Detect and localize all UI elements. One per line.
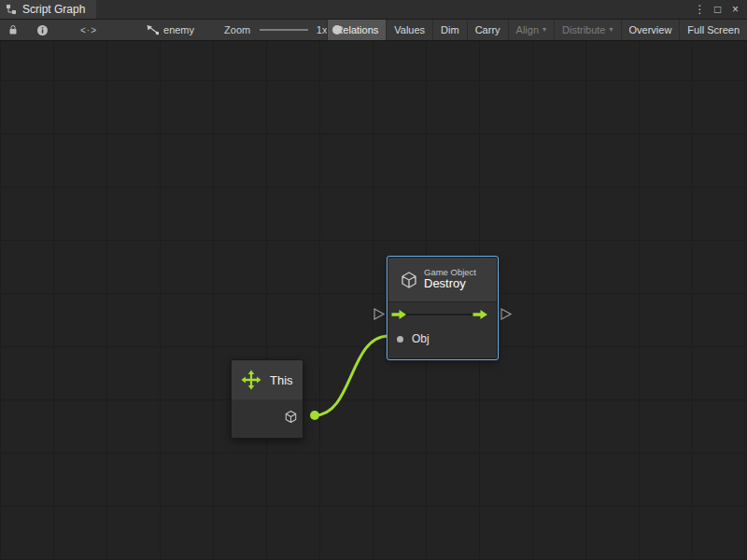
toolbar-button-group: Relations Values Dim Carry Align ▾ Distr… <box>327 20 747 40</box>
script-graph-window: Script Graph ⋮ □ × <·> <box>0 0 747 560</box>
zoom-slider-track <box>260 29 308 31</box>
game-object-output-port[interactable] <box>284 410 298 424</box>
connections-overlay <box>0 41 747 560</box>
zoom-slider[interactable] <box>260 24 308 35</box>
info-button[interactable] <box>33 20 52 40</box>
button-label: Overview <box>629 24 672 35</box>
toolbar-button-fullscreen[interactable]: Full Screen <box>679 20 747 40</box>
game-object-icon <box>400 271 418 289</box>
node-title: This <box>270 373 293 387</box>
zoom-value: 1x <box>317 24 328 35</box>
maximize-icon[interactable]: □ <box>711 0 725 19</box>
chevron-down-icon: ▾ <box>610 26 613 34</box>
move-arrows-icon <box>241 370 261 390</box>
toolbar-button-carry[interactable]: Carry <box>467 20 508 40</box>
chevron-down-icon: ▾ <box>543 26 546 34</box>
obj-input-port[interactable] <box>397 336 403 343</box>
button-label: Carry <box>475 24 500 35</box>
menu-icon[interactable]: ⋮ <box>693 0 707 19</box>
lock-button[interactable] <box>5 20 21 40</box>
toolbar-button-distribute[interactable]: Distribute ▾ <box>554 20 620 40</box>
flow-output-arrow-icon[interactable] <box>472 309 488 320</box>
button-label: Values <box>394 24 425 35</box>
node-destroy[interactable]: Game Object Destroy Obj <box>388 257 498 359</box>
button-label: Distribute <box>562 24 605 35</box>
close-icon[interactable]: × <box>728 0 742 19</box>
flow-output-triangle[interactable] <box>501 309 511 319</box>
code-toggle-button[interactable]: <·> <box>77 20 101 40</box>
graph-canvas[interactable]: This Game Object Destroy <box>0 41 747 560</box>
tab-title: Script Graph <box>22 3 85 16</box>
info-icon <box>36 24 49 36</box>
button-label: Full Screen <box>687 24 740 35</box>
titlebar-spacer <box>96 0 693 19</box>
node-this[interactable]: This <box>231 359 303 439</box>
node-title: Destroy <box>424 277 476 291</box>
flow-port-row <box>388 302 497 327</box>
connection-start-dot <box>310 411 319 420</box>
toolbar-button-overview[interactable]: Overview <box>621 20 680 40</box>
toolbar-button-values[interactable]: Values <box>386 20 432 40</box>
graph-name-label: enemy <box>163 24 194 35</box>
toolbar-button-dim[interactable]: Dim <box>432 20 467 40</box>
lock-icon <box>8 24 18 35</box>
tab-script-graph[interactable]: Script Graph <box>0 0 96 19</box>
node-this-header: This <box>232 360 303 399</box>
flow-input-triangle[interactable] <box>374 309 384 319</box>
toolbar: <·> enemy Zoom 1x Relations Values Dim <box>0 20 747 41</box>
obj-input-row: Obj <box>388 327 497 351</box>
graph-pointer-icon <box>146 24 159 35</box>
toolbar-button-align[interactable]: Align ▾ <box>508 20 554 40</box>
button-label: Align <box>516 24 539 35</box>
node-destroy-header: Game Object Destroy <box>388 258 497 301</box>
titlebar: Script Graph ⋮ □ × <box>0 0 747 20</box>
button-label: Dim <box>441 24 459 35</box>
node-header-text: Game Object Destroy <box>424 268 476 292</box>
button-label: Relations <box>335 24 378 35</box>
titlebar-controls: ⋮ □ × <box>693 0 747 19</box>
graph-icon <box>6 4 17 15</box>
connection-wire[interactable] <box>315 336 388 415</box>
flow-input-arrow-icon[interactable] <box>391 309 407 320</box>
obj-input-label: Obj <box>412 332 430 345</box>
zoom-label: Zoom <box>224 24 250 35</box>
relation-line <box>405 314 474 315</box>
graph-breadcrumb[interactable]: enemy <box>146 24 194 35</box>
